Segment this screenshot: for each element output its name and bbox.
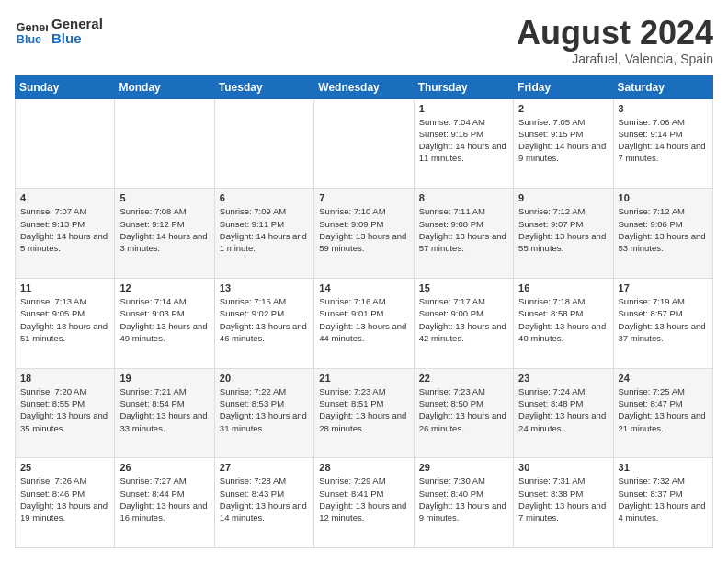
day-number: 18: [20, 373, 109, 384]
calendar-cell: 13Sunrise: 7:15 AM Sunset: 9:02 PM Dayli…: [214, 278, 313, 368]
calendar-week-1: 1Sunrise: 7:04 AM Sunset: 9:16 PM Daylig…: [16, 98, 713, 189]
day-number: 29: [419, 462, 508, 473]
day-info: Sunrise: 7:26 AM Sunset: 8:46 PM Dayligh…: [20, 475, 109, 523]
calendar-cell: 6Sunrise: 7:09 AM Sunset: 9:11 PM Daylig…: [214, 189, 313, 279]
day-number: 19: [119, 373, 209, 384]
day-number: 12: [119, 282, 209, 293]
day-info: Sunrise: 7:12 AM Sunset: 9:06 PM Dayligh…: [619, 205, 708, 254]
day-info: Sunrise: 7:14 AM Sunset: 9:03 PM Dayligh…: [119, 295, 209, 344]
day-number: 16: [518, 282, 608, 293]
day-number: 4: [20, 192, 109, 203]
logo-line1: General: [51, 17, 103, 32]
day-info: Sunrise: 7:23 AM Sunset: 8:51 PM Dayligh…: [319, 385, 408, 434]
day-number: 10: [619, 192, 708, 203]
day-info: Sunrise: 7:22 AM Sunset: 8:53 PM Dayligh…: [220, 385, 309, 434]
day-info: Sunrise: 7:18 AM Sunset: 8:58 PM Dayligh…: [518, 295, 608, 344]
day-info: Sunrise: 7:07 AM Sunset: 9:13 PM Dayligh…: [20, 205, 109, 254]
calendar-cell: 20Sunrise: 7:22 AM Sunset: 8:53 PM Dayli…: [214, 368, 313, 458]
day-number: 11: [20, 282, 109, 293]
day-info: Sunrise: 7:09 AM Sunset: 9:11 PM Dayligh…: [220, 205, 309, 254]
calendar-cell: 9Sunrise: 7:12 AM Sunset: 9:07 PM Daylig…: [514, 189, 613, 279]
day-number: 22: [419, 373, 508, 384]
day-info: Sunrise: 7:25 AM Sunset: 8:47 PM Dayligh…: [619, 385, 708, 434]
calendar-cell: [314, 98, 414, 189]
calendar-week-4: 18Sunrise: 7:20 AM Sunset: 8:55 PM Dayli…: [16, 368, 713, 458]
calendar-week-2: 4Sunrise: 7:07 AM Sunset: 9:13 PM Daylig…: [16, 189, 713, 279]
calendar-cell: 31Sunrise: 7:32 AM Sunset: 8:37 PM Dayli…: [613, 458, 712, 548]
day-number: 1: [419, 103, 508, 114]
day-header-thursday: Thursday: [414, 75, 513, 98]
day-info: Sunrise: 7:04 AM Sunset: 9:16 PM Dayligh…: [419, 116, 508, 165]
day-info: Sunrise: 7:28 AM Sunset: 8:43 PM Dayligh…: [220, 475, 309, 523]
calendar-week-3: 11Sunrise: 7:13 AM Sunset: 9:05 PM Dayli…: [16, 278, 713, 368]
calendar-cell: 7Sunrise: 7:10 AM Sunset: 9:09 PM Daylig…: [314, 189, 414, 279]
calendar-cell: [214, 98, 313, 189]
day-number: 26: [119, 462, 209, 473]
day-info: Sunrise: 7:32 AM Sunset: 8:37 PM Dayligh…: [619, 475, 708, 523]
page: General Blue General Blue August 2024 Ja…: [0, 0, 728, 563]
calendar-cell: 10Sunrise: 7:12 AM Sunset: 9:06 PM Dayli…: [613, 189, 712, 279]
day-number: 30: [518, 462, 608, 473]
calendar-cell: 23Sunrise: 7:24 AM Sunset: 8:48 PM Dayli…: [514, 368, 613, 458]
calendar-cell: 8Sunrise: 7:11 AM Sunset: 9:08 PM Daylig…: [414, 189, 513, 279]
calendar-week-5: 25Sunrise: 7:26 AM Sunset: 8:46 PM Dayli…: [16, 458, 713, 548]
day-number: 28: [319, 462, 408, 473]
day-info: Sunrise: 7:29 AM Sunset: 8:41 PM Dayligh…: [319, 475, 408, 523]
calendar-header-row: SundayMondayTuesdayWednesdayThursdayFrid…: [16, 75, 713, 98]
day-info: Sunrise: 7:10 AM Sunset: 9:09 PM Dayligh…: [319, 205, 408, 254]
calendar-cell: 11Sunrise: 7:13 AM Sunset: 9:05 PM Dayli…: [16, 278, 115, 368]
day-number: 5: [119, 192, 209, 203]
calendar-cell: [16, 98, 115, 189]
calendar-cell: 25Sunrise: 7:26 AM Sunset: 8:46 PM Dayli…: [16, 458, 115, 548]
day-number: 27: [220, 462, 309, 473]
calendar-cell: 4Sunrise: 7:07 AM Sunset: 9:13 PM Daylig…: [16, 189, 115, 279]
day-info: Sunrise: 7:19 AM Sunset: 8:57 PM Dayligh…: [619, 295, 708, 344]
calendar-cell: 22Sunrise: 7:23 AM Sunset: 8:50 PM Dayli…: [414, 368, 513, 458]
day-header-friday: Friday: [514, 75, 613, 98]
day-number: 20: [220, 373, 309, 384]
day-number: 7: [319, 192, 408, 203]
day-number: 15: [419, 282, 508, 293]
day-number: 24: [619, 373, 708, 384]
calendar-cell: 26Sunrise: 7:27 AM Sunset: 8:44 PM Dayli…: [115, 458, 214, 548]
calendar-cell: 19Sunrise: 7:21 AM Sunset: 8:54 PM Dayli…: [115, 368, 214, 458]
day-info: Sunrise: 7:30 AM Sunset: 8:40 PM Dayligh…: [419, 475, 508, 523]
day-number: 17: [619, 282, 708, 293]
calendar-cell: 5Sunrise: 7:08 AM Sunset: 9:12 PM Daylig…: [115, 189, 214, 279]
calendar-cell: 12Sunrise: 7:14 AM Sunset: 9:03 PM Dayli…: [115, 278, 214, 368]
day-header-monday: Monday: [115, 75, 214, 98]
day-number: 25: [20, 462, 109, 473]
day-info: Sunrise: 7:13 AM Sunset: 9:05 PM Dayligh…: [20, 295, 109, 344]
day-number: 14: [319, 282, 408, 293]
day-info: Sunrise: 7:16 AM Sunset: 9:01 PM Dayligh…: [319, 295, 408, 344]
calendar-cell: 2Sunrise: 7:05 AM Sunset: 9:15 PM Daylig…: [514, 98, 613, 189]
svg-text:Blue: Blue: [17, 33, 41, 46]
calendar-cell: 16Sunrise: 7:18 AM Sunset: 8:58 PM Dayli…: [514, 278, 613, 368]
day-info: Sunrise: 7:23 AM Sunset: 8:50 PM Dayligh…: [419, 385, 508, 434]
logo: General Blue General Blue: [15, 15, 103, 48]
logo-line2: Blue: [51, 31, 103, 47]
day-info: Sunrise: 7:12 AM Sunset: 9:07 PM Dayligh…: [518, 205, 608, 254]
day-info: Sunrise: 7:15 AM Sunset: 9:02 PM Dayligh…: [220, 295, 309, 344]
calendar-cell: 24Sunrise: 7:25 AM Sunset: 8:47 PM Dayli…: [613, 368, 712, 458]
day-info: Sunrise: 7:31 AM Sunset: 8:38 PM Dayligh…: [518, 475, 608, 523]
title-block: August 2024 Jarafuel, Valencia, Spain: [517, 15, 713, 66]
calendar-cell: 18Sunrise: 7:20 AM Sunset: 8:55 PM Dayli…: [16, 368, 115, 458]
day-number: 3: [619, 103, 708, 114]
day-number: 23: [518, 373, 608, 384]
logo-icon: General Blue: [15, 15, 48, 48]
calendar-body: 1Sunrise: 7:04 AM Sunset: 9:16 PM Daylig…: [16, 98, 713, 547]
calendar-cell: 27Sunrise: 7:28 AM Sunset: 8:43 PM Dayli…: [214, 458, 313, 548]
day-number: 31: [619, 462, 708, 473]
day-info: Sunrise: 7:05 AM Sunset: 9:15 PM Dayligh…: [518, 116, 608, 165]
header: General Blue General Blue August 2024 Ja…: [15, 15, 713, 66]
day-number: 8: [419, 192, 508, 203]
calendar-cell: 14Sunrise: 7:16 AM Sunset: 9:01 PM Dayli…: [314, 278, 414, 368]
day-header-saturday: Saturday: [613, 75, 712, 98]
day-number: 6: [220, 192, 309, 203]
calendar-cell: 29Sunrise: 7:30 AM Sunset: 8:40 PM Dayli…: [414, 458, 513, 548]
day-info: Sunrise: 7:06 AM Sunset: 9:14 PM Dayligh…: [619, 116, 708, 165]
main-title: August 2024: [517, 15, 713, 52]
calendar-cell: 15Sunrise: 7:17 AM Sunset: 9:00 PM Dayli…: [414, 278, 513, 368]
calendar-cell: 28Sunrise: 7:29 AM Sunset: 8:41 PM Dayli…: [314, 458, 414, 548]
